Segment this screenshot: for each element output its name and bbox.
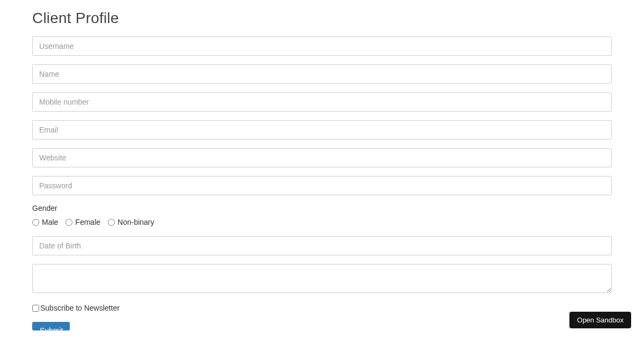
newsletter-label: Subscribe to Newsletter	[40, 304, 120, 312]
website-group	[32, 148, 612, 167]
gender-option-female[interactable]: Female	[65, 218, 100, 226]
gender-option-nonbinary[interactable]: Non-binary	[108, 218, 154, 226]
gender-radio-male-label: Male	[42, 218, 58, 226]
website-input[interactable]	[32, 148, 612, 167]
email-group	[32, 120, 612, 139]
newsletter-row[interactable]: Subscribe to Newsletter	[32, 304, 120, 312]
password-input[interactable]	[32, 176, 612, 195]
dob-group	[32, 236, 612, 255]
name-input[interactable]	[32, 64, 612, 84]
email-input[interactable]	[32, 120, 612, 139]
gender-radio-nonbinary-label: Non-binary	[118, 218, 154, 226]
submit-button[interactable]: Submit	[32, 322, 70, 330]
gender-radio-female[interactable]	[65, 219, 72, 226]
gender-radio-row: Male Female Non-binary	[32, 218, 612, 226]
gender-radio-male[interactable]	[32, 219, 39, 226]
mobile-input[interactable]	[32, 92, 612, 112]
gender-label: Gender	[32, 204, 612, 212]
mobile-group	[32, 92, 612, 112]
name-group	[32, 64, 612, 84]
gender-option-male[interactable]: Male	[32, 218, 58, 226]
address-group	[32, 264, 612, 295]
password-group	[32, 176, 612, 195]
form-container: Client Profile Gender Male Female Non-bi…	[0, 0, 644, 330]
newsletter-checkbox[interactable]	[32, 305, 39, 312]
dob-input[interactable]	[32, 236, 612, 255]
address-textarea[interactable]	[32, 264, 612, 293]
gender-radio-female-label: Female	[75, 218, 100, 226]
username-input[interactable]	[32, 36, 612, 56]
page-title: Client Profile	[32, 10, 612, 27]
gender-radio-nonbinary[interactable]	[108, 219, 115, 226]
username-group	[32, 36, 612, 56]
open-sandbox-button[interactable]: Open Sandbox	[569, 312, 631, 328]
